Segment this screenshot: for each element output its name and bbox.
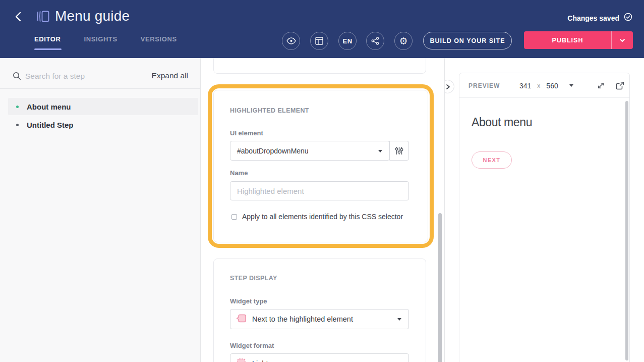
editor-scrollbar-thumb[interactable] [438, 213, 442, 362]
step-display-card: STEP DISPLAY Widget type Next to the hig… [213, 258, 426, 362]
expand-preview-button[interactable] [597, 81, 606, 90]
previous-settings-card [213, 58, 426, 74]
sliders-icon [395, 146, 403, 155]
widget-type-select[interactable]: Next to the highlighted element [230, 309, 409, 329]
selector-settings-button[interactable] [389, 141, 409, 161]
build-on-your-site-button[interactable]: BUILD ON YOUR SITE [423, 32, 512, 49]
ui-element-row: #aboutDropdownMenu [230, 141, 409, 161]
open-in-new-tab-button[interactable] [616, 81, 625, 90]
widget-tooltip-icon [236, 313, 247, 326]
step-list-item-untitled-step[interactable]: Untitled Step [8, 116, 198, 133]
layout-button[interactable] [310, 32, 328, 50]
highlighted-element-name-input[interactable] [230, 181, 409, 200]
gear-icon: ⚙ [399, 36, 407, 46]
preview-panel: PREVIEW 341 x 560 About menu NEXT [444, 58, 644, 362]
layout-icon [315, 37, 323, 45]
apply-all-checkbox[interactable] [231, 214, 237, 220]
step-status-dot [16, 106, 19, 108]
ui-element-value: #aboutDropdownMenu [237, 147, 309, 155]
collapse-preview-button[interactable] [444, 80, 454, 93]
preview-card: PREVIEW 341 x 560 About menu NEXT [459, 73, 630, 362]
changes-saved-status: Changes saved [567, 13, 632, 23]
apply-all-label: Apply to all elements identified by this… [242, 213, 403, 221]
share-button[interactable] [366, 32, 384, 50]
preview-eye-button[interactable] [282, 32, 300, 50]
language-button[interactable]: EN [338, 32, 357, 50]
preview-step-title: About menu [472, 116, 532, 129]
preview-size-select[interactable]: 341 x 560 [519, 73, 573, 98]
back-icon[interactable] [13, 11, 24, 22]
section-title: STEP DISPLAY [230, 275, 277, 282]
section-title: HIGHLIGHTED ELEMENT [230, 107, 309, 114]
expand-icon [597, 81, 605, 90]
preview-height-value: 560 [546, 82, 558, 90]
changes-saved-label: Changes saved [567, 14, 619, 22]
step-status-dot [16, 124, 19, 126]
preview-width-value: 341 [519, 82, 531, 90]
ui-element-label: UI element [230, 129, 263, 137]
steps-sidebar: Expand all About menu Untitled Step [0, 58, 201, 362]
name-label: Name [230, 169, 248, 177]
search-icon [13, 72, 21, 82]
share-icon [371, 37, 379, 45]
top-bar: Menu guide EDITOR INSIGHTS VERSIONS Chan… [0, 0, 644, 58]
widget-format-value: Light [252, 359, 268, 362]
step-list-item-about-menu[interactable]: About menu [8, 98, 198, 115]
caret-down-icon [569, 84, 573, 87]
tab-versions[interactable]: VERSIONS [141, 35, 177, 50]
step-label: About menu [27, 102, 71, 111]
preview-size-separator: x [537, 82, 540, 89]
widget-format-select[interactable]: Light [230, 353, 409, 362]
widget-format-label: Widget format [230, 342, 274, 349]
step-label: Untitled Step [27, 121, 74, 129]
chevron-right-icon [445, 84, 450, 90]
preview-header: PREVIEW 341 x 560 [459, 73, 629, 98]
ui-element-select[interactable]: #aboutDropdownMenu [230, 141, 390, 161]
step-settings-panel: HIGHLIGHTED ELEMENT UI element #aboutDro… [201, 58, 444, 362]
chevron-down-icon [619, 38, 625, 42]
highlighted-element-card-ring: HIGHLIGHTED ELEMENT UI element #aboutDro… [208, 84, 434, 248]
preview-scrollbar-thumb[interactable] [625, 101, 628, 360]
apply-all-checkbox-row[interactable]: Apply to all elements identified by this… [231, 213, 403, 221]
preview-title: PREVIEW [469, 82, 500, 89]
caret-down-icon [378, 150, 382, 152]
preview-body: About menu NEXT [459, 98, 629, 362]
tab-editor[interactable]: EDITOR [34, 35, 61, 50]
tab-insights[interactable]: INSIGHTS [84, 35, 117, 50]
external-link-icon [616, 81, 624, 90]
search-input[interactable] [25, 68, 131, 84]
publish-dropdown-button[interactable] [612, 31, 633, 49]
highlighted-element-card: HIGHLIGHTED ELEMENT UI element #aboutDro… [213, 90, 428, 242]
page-title: Menu guide [55, 8, 130, 24]
expand-all-link[interactable]: Expand all [152, 71, 188, 80]
step-search-row: Expand all [0, 58, 200, 89]
publish-split-button: PUBLISH [524, 31, 633, 49]
language-label: EN [343, 37, 353, 45]
settings-button[interactable]: ⚙ [394, 32, 413, 50]
widget-format-icon [236, 357, 247, 362]
eye-icon [286, 37, 296, 44]
publish-button[interactable]: PUBLISH [524, 31, 612, 49]
caret-down-icon [397, 318, 401, 321]
widget-type-value: Next to the highlighted element [252, 315, 353, 323]
guide-logo-icon [36, 11, 49, 22]
header-tabs: EDITOR INSIGHTS VERSIONS [34, 35, 177, 50]
check-circle-icon [624, 13, 632, 23]
widget-type-label: Widget type [230, 297, 267, 305]
step-list: About menu Untitled Step [0, 98, 200, 133]
preview-next-button[interactable]: NEXT [472, 151, 512, 169]
